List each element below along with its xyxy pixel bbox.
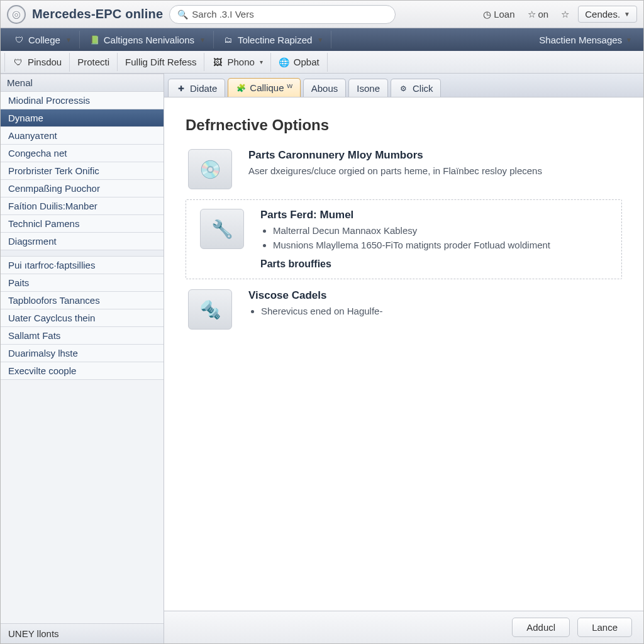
sidebar-item[interactable]: Dyname: [1, 109, 164, 127]
card-title: Viscose Cadels: [248, 289, 622, 302]
card-title: Parts Caronnunery Mloy Mumbors: [248, 149, 622, 162]
card-subtitle: Parts brouffies: [260, 258, 610, 270]
tool-label: Pinsdou: [28, 57, 62, 67]
menu-tolectine[interactable]: 🗂 Tolectine Rapized ▼: [215, 31, 331, 48]
sidebar-divider: [1, 250, 164, 257]
menu-caltigens[interactable]: 📗 Caltigens Nenivalions ▼: [81, 31, 214, 48]
sidebar-item[interactable]: Uater Cayclcus thein: [1, 309, 164, 327]
chevron-down-icon: ▼: [626, 36, 632, 43]
chevron-down-icon: ▾: [260, 58, 263, 65]
card-icon: 🔧: [197, 209, 247, 270]
sidebar-group-2: Pui ıtarfroc·faptsillies Paits Tapbloofo…: [1, 257, 164, 380]
cendes-dropdown[interactable]: Cendes. ▼: [578, 6, 637, 23]
app-window: ◎ Mercedes-EPC online 🔍 ◷ Loan ☆ on ☆ Ce…: [0, 0, 644, 644]
option-card-3: 🔩 Viscose Cadels Sherevicus ened on Hagu…: [186, 289, 622, 330]
topbar-right: ◷ Loan ☆ on ☆ Cendes. ▼: [479, 6, 637, 23]
tool-label: Phono: [227, 57, 254, 67]
card-icon: 🔩: [186, 289, 235, 330]
menu-messages-label: Shactien Mensages: [539, 35, 622, 45]
sidebar-item[interactable]: Technicl Pamens: [1, 215, 164, 233]
sidebar-item[interactable]: Paits: [1, 274, 164, 292]
card-bullet: Sherevicus ened on Hagulfe-: [261, 304, 622, 319]
option-card-2[interactable]: 🔧 Parts Ferd: Mumel Malterral Decun Mann…: [186, 199, 622, 279]
main: ✚ Didate 🧩 Callique ᵂ Abous Isone ⚙ Clic…: [164, 74, 643, 643]
card-title: Parts Ferd: Mumel: [260, 209, 610, 221]
sidebar-item[interactable]: Congecha net: [1, 145, 164, 162]
plus-icon: ✚: [176, 84, 186, 94]
toolbar: 🛡 Pinsdou Protecti Fullig Dift Refess 🖼 …: [1, 51, 643, 74]
card-bullet: Malterral Decun Mannaox Kablesy: [273, 224, 610, 238]
app-title: Mercedes-EPC online: [32, 7, 163, 21]
on-link[interactable]: ☆ on: [524, 7, 553, 22]
sidebar-item[interactable]: Pui ıtarfroc·faptsillies: [1, 257, 164, 274]
sidebar-item[interactable]: Miodinal Procressis: [1, 92, 164, 109]
sidebar: Menal Miodinal Procressis Dyname Auanyaτ…: [1, 74, 164, 643]
tool-protecti[interactable]: Protecti: [70, 53, 118, 71]
menu-messages[interactable]: Shactien Mensages ▼: [535, 31, 636, 48]
card-bullets: Sherevicus ened on Hagulfe-: [248, 304, 622, 319]
menubar: 🛡 College ▼ 📗 Caltigens Nenivalions ▼ 🗂 …: [1, 28, 643, 51]
bottom-bar: Adducl Lance: [164, 611, 643, 643]
tool-opbat[interactable]: 🌐 Opbat: [271, 53, 328, 72]
college-icon: 🛡: [13, 34, 25, 45]
adducl-button[interactable]: Adducl: [512, 618, 570, 637]
search-box[interactable]: 🔍: [169, 5, 396, 24]
menubar-right: Shactien Mensages ▼: [535, 31, 638, 48]
menubar-left: 🛡 College ▼ 📗 Caltigens Nenivalions ▼ 🗂 …: [6, 31, 331, 48]
tool-fullig[interactable]: Fullig Dift Refess: [118, 53, 204, 71]
content-area: Defrnective Options 💿 Parts Caronnunery …: [164, 97, 643, 611]
option-card-1: 💿 Parts Caronnunery Mloy Mumbors Aser dx…: [186, 149, 622, 189]
tool-phono[interactable]: 🖼 Phono ▾: [204, 53, 270, 72]
sidebar-item[interactable]: Cenmpaßing Puochor: [1, 180, 164, 197]
brand-logo-icon: ◎: [7, 5, 26, 24]
tool-label: Fullig Dift Refess: [125, 57, 196, 67]
tab-strip: ✚ Didate 🧩 Callique ᵂ Abous Isone ⚙ Clic…: [164, 74, 643, 97]
sidebar-header: Menal: [1, 74, 164, 92]
loan-label: Loan: [494, 9, 514, 19]
tool-pinsdou[interactable]: 🛡 Pinsdou: [4, 53, 70, 72]
tab-isone[interactable]: Isone: [348, 79, 388, 97]
disk-icon: 💿: [188, 149, 232, 189]
sidebar-item[interactable]: Sallamt Fats: [1, 327, 164, 345]
card-body: Viscose Cadels Sherevicus ened on Hagulf…: [248, 289, 622, 330]
lance-button[interactable]: Lance: [577, 618, 632, 637]
globe-icon: 🌐: [279, 57, 290, 68]
tab-callique[interactable]: 🧩 Callique ᵂ: [228, 78, 300, 97]
tab-label: Isone: [357, 83, 380, 94]
sidebar-item[interactable]: Duarimalsy lhste: [1, 345, 164, 362]
menu-college[interactable]: 🛡 College ▼: [6, 31, 80, 48]
body: Menal Miodinal Procressis Dyname Auanyaτ…: [1, 74, 643, 643]
menu-label: College: [28, 35, 60, 45]
card-bullets: Malterral Decun Mannaox Kablesy Musnions…: [260, 224, 610, 252]
sidebar-item[interactable]: Execvilte coople: [1, 362, 164, 380]
card-bullet: Musnions Mlayllema 1650-FiTo matignts pr…: [273, 238, 610, 253]
star2-link[interactable]: ☆: [557, 7, 573, 22]
sidebar-item[interactable]: Faítion Duilis:Manber: [1, 197, 164, 215]
page-heading: Defrnective Options: [186, 116, 622, 134]
tab-label: Callique ᵂ: [250, 82, 292, 94]
tool-label: Opbat: [294, 57, 319, 67]
book-icon: 📗: [89, 34, 100, 45]
chevron-down-icon: ▼: [199, 36, 206, 43]
search-input[interactable]: [192, 9, 387, 19]
tab-click[interactable]: ⚙ Click: [391, 79, 441, 97]
sidebar-item[interactable]: Prorbrister Terk Onific: [1, 162, 164, 180]
sidebar-item[interactable]: Auanyaτent: [1, 127, 164, 145]
cendes-label: Cendes.: [585, 9, 620, 19]
card-desc: Aser dxeigures/cluce orgied on parts hem…: [248, 164, 622, 177]
tool-label: Protecti: [77, 57, 109, 67]
tab-abous[interactable]: Abous: [303, 79, 347, 97]
card-body: Parts Caronnunery Mloy Mumbors Aser dxei…: [248, 149, 622, 189]
loan-link[interactable]: ◷ Loan: [479, 7, 518, 22]
gear-icon: ⚙: [399, 84, 409, 94]
sidebar-group-1: Miodinal Procressis Dyname Auanyaτent Co…: [1, 92, 164, 250]
chevron-down-icon: ▼: [317, 36, 323, 43]
menu-label: Caltigens Nenivalions: [104, 35, 194, 45]
shield-icon: 🛡: [13, 57, 24, 68]
tab-didate[interactable]: ✚ Didate: [168, 79, 225, 97]
card-body: Parts Ferd: Mumel Malterral Decun Mannao…: [260, 209, 610, 270]
sidebar-item[interactable]: Tapbloofors Tanances: [1, 292, 164, 309]
sidebar-item[interactable]: Diagsrment: [1, 233, 164, 250]
card-icon: 💿: [186, 149, 235, 189]
on-label: on: [538, 9, 549, 19]
